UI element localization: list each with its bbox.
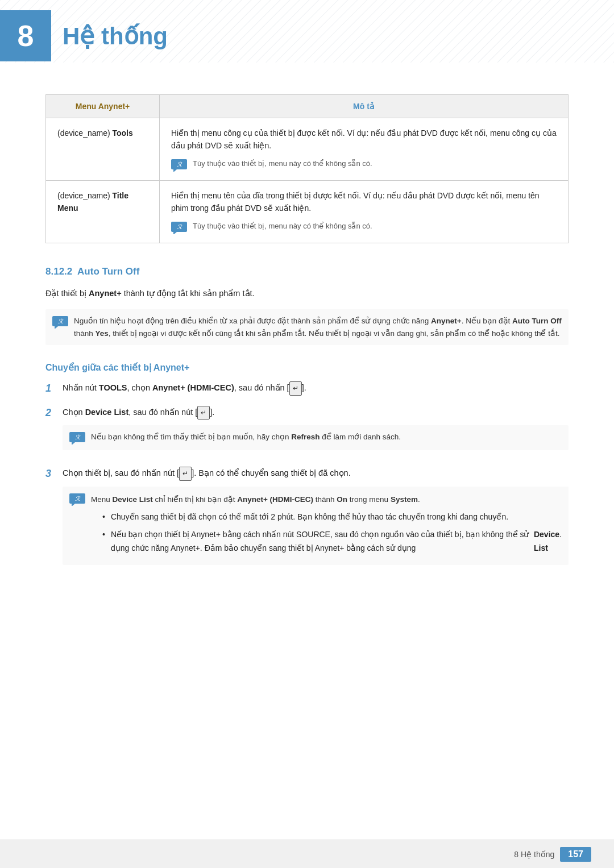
section-auto-turn-off: 8.12.2 Auto Turn Off Đặt thiết bị Anynet…: [45, 266, 569, 346]
table-note-1: ℛ Tùy thuộc vào thiết bị, menu này có th…: [171, 158, 557, 172]
svg-marker-9: [55, 326, 58, 329]
menu-label-2: TitleMenu: [57, 191, 128, 213]
note-icon-step-3: ℛ: [69, 493, 85, 506]
step-content-1: Nhấn nút TOOLS, chọn Anynet+ (HDMI-CEC),…: [63, 381, 569, 395]
bullet-item-2: Nếu bạn chọn thiết bị Anynet+ bằng cách …: [102, 528, 562, 554]
svg-marker-15: [72, 504, 75, 506]
svg-text:ℛ: ℛ: [177, 161, 182, 168]
step-3-bullet-list: Chuyển sang thiết bị đã chọn có thể mất …: [91, 510, 562, 554]
note-icon-step-2: ℛ: [69, 432, 85, 445]
svg-text:ℛ: ℛ: [75, 495, 81, 502]
list-item-step-3: 3 Chọn thiết bị, sau đó nhấn nút [↵]. Bạ…: [45, 466, 569, 572]
svg-text:ℛ: ℛ: [58, 318, 64, 325]
svg-text:ℛ: ℛ: [75, 434, 81, 441]
main-content: Menu Anynet+ Mô tả (device_name) Tools H…: [0, 94, 614, 626]
step-content-3: Chọn thiết bị, sau đó nhấn nút [↵]. Bạn …: [63, 466, 569, 572]
page-title: Hệ thống: [63, 22, 168, 50]
table-cell-desc-1: Hiển thị menu công cụ của thiết bị được …: [160, 118, 569, 181]
list-item-step-2: 2 Chọn Device List, sau đó nhấn nút [↵].…: [45, 405, 569, 458]
svg-marker-12: [72, 442, 75, 445]
page-header: 8 Hệ thống: [0, 0, 614, 72]
chapter-badge: 8: [0, 10, 51, 61]
table-cell-desc-2: Hiển thị menu tên của đĩa trong thiết bị…: [160, 180, 569, 243]
subsection-switch-devices: Chuyển giữa các thiết bị Anynet+ 1 Nhấn …: [45, 362, 569, 572]
page-number-badge: 157: [560, 847, 591, 862]
svg-text:ℛ: ℛ: [177, 223, 182, 230]
step-number-3: 3: [45, 465, 63, 483]
anynet-table: Menu Anynet+ Mô tả (device_name) Tools H…: [45, 94, 569, 243]
footer-chapter-label: 8 Hệ thống: [514, 850, 554, 859]
step-number-1: 1: [45, 380, 63, 397]
note-block-812-2: ℛ Nguồn tín hiệu hoạt động trên điều khi…: [45, 309, 569, 345]
section-heading-812-2: 8.12.2 Auto Turn Off: [45, 266, 569, 277]
section-number: 8.12.2: [45, 266, 72, 277]
step-3-note-text: Menu Device List chỉ hiển thị khi bạn đặ…: [91, 495, 420, 504]
page-footer: 8 Hệ thống 157: [0, 840, 614, 868]
step-number-2: 2: [45, 404, 63, 422]
table-cell-menu-1: (device_name) Tools: [46, 118, 160, 181]
table-header-menu: Menu Anynet+: [46, 95, 160, 118]
table-cell-menu-2: (device_name) TitleMenu: [46, 180, 160, 243]
note-icon-812-2: ℛ: [52, 316, 68, 329]
step-2-note: ℛ Nếu bạn không thể tìm thấy thiết bị bạ…: [63, 425, 569, 450]
table-note-2: ℛ Tùy thuộc vào thiết bị, menu này có th…: [171, 221, 557, 234]
step-2-note-text: Nếu bạn không thể tìm thấy thiết bị bạn …: [91, 431, 401, 443]
note-icon-2: ℛ: [171, 222, 187, 234]
note-text-812-2: Nguồn tín hiệu hoạt động trên điều khiển…: [74, 315, 562, 339]
table-header-desc: Mô tả: [160, 95, 569, 118]
section-title: Auto Turn Off: [77, 266, 139, 277]
table-row: (device_name) Tools Hiển thị menu công c…: [46, 118, 569, 181]
bullet-item-1: Chuyển sang thiết bị đã chọn có thể mất …: [102, 510, 562, 524]
subsection-heading-switch: Chuyển giữa các thiết bị Anynet+: [45, 362, 569, 373]
svg-marker-3: [173, 169, 177, 172]
menu-label-1: Tools: [113, 128, 133, 138]
table-row: (device_name) TitleMenu Hiển thị menu tê…: [46, 180, 569, 243]
list-item-step-1: 1 Nhấn nút TOOLS, chọn Anynet+ (HDMI-CEC…: [45, 381, 569, 397]
note-icon-1: ℛ: [171, 159, 187, 172]
step-3-note: ℛ Menu Device List chỉ hiển thị khi bạn …: [63, 487, 569, 565]
svg-marker-6: [173, 232, 177, 234]
section-body-812-2: Đặt thiết bị Anynet+ thành tự động tắt k…: [45, 286, 569, 301]
step-content-2: Chọn Device List, sau đó nhấn nút [↵]. ℛ…: [63, 405, 569, 458]
numbered-steps-list: 1 Nhấn nút TOOLS, chọn Anynet+ (HDMI-CEC…: [45, 381, 569, 572]
